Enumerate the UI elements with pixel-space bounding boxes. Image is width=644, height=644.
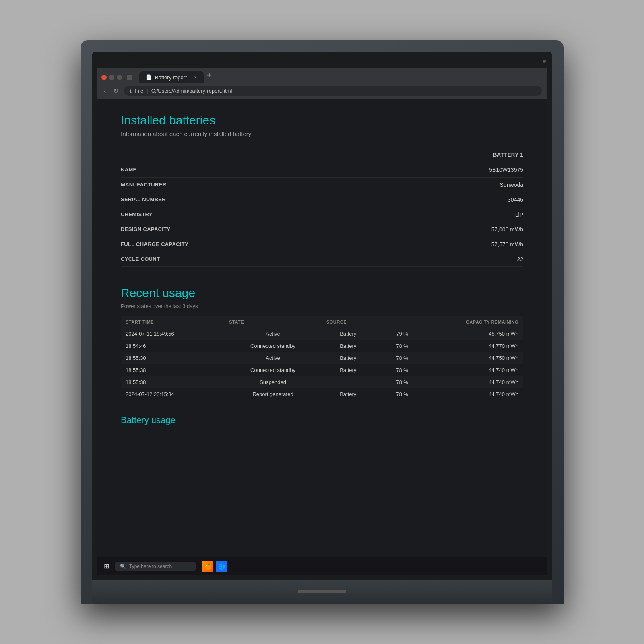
- traffic-light-red[interactable]: [101, 75, 107, 80]
- traffic-light-yellow[interactable]: [109, 75, 114, 80]
- taskbar-search[interactable]: 🔍 Type here to search: [115, 562, 196, 571]
- usage-start-time: 18:55:38: [121, 364, 224, 376]
- col-pct: [375, 316, 413, 328]
- usage-table: START TIME STATE SOURCE CAPACITY REMAINI…: [121, 316, 523, 400]
- camera-dot: [543, 60, 546, 63]
- battery-field-label: CHEMISTRY: [121, 211, 225, 218]
- traffic-light-green[interactable]: [117, 75, 122, 80]
- usage-pct: 78 %: [375, 364, 413, 376]
- recent-usage-section: Recent usage Power states over the last …: [121, 286, 523, 400]
- battery-info-row: CYCLE COUNT 22: [121, 252, 523, 267]
- battery-field-label: SERIAL NUMBER: [121, 196, 225, 203]
- usage-table-row: 18:54:46 Connected standby Battery 78 % …: [121, 340, 523, 352]
- col-capacity: CAPACITY REMAINING: [413, 316, 523, 328]
- usage-capacity: 44,750 mWh: [413, 352, 523, 364]
- usage-state: Connected standby: [224, 340, 322, 352]
- battery-field-label: MANUFACTURER: [121, 182, 225, 188]
- usage-capacity: 45,750 mWh: [413, 328, 523, 340]
- usage-table-row: 18:55:38 Suspended 78 % 44,740 mWh: [121, 376, 523, 388]
- battery-info-row: MANUFACTURER Sunwoda: [121, 178, 523, 192]
- active-tab[interactable]: 📄 Battery report ×: [139, 71, 204, 83]
- back-button[interactable]: ‹: [102, 87, 107, 95]
- usage-state: Suspended: [224, 376, 322, 388]
- battery-column-name: BATTERY 1: [225, 152, 523, 158]
- usage-source: Battery: [322, 388, 375, 400]
- section1-title: Installed batteries: [121, 114, 523, 127]
- col-start-time: START TIME: [121, 316, 224, 328]
- usage-capacity: 44,740 mWh: [413, 364, 523, 376]
- browser-chrome: 📄 Battery report × + ‹ ↻ ℹ File | C:/Use…: [97, 68, 547, 99]
- usage-pct: 79 %: [375, 328, 413, 340]
- address-file-label: File: [135, 88, 143, 94]
- usage-start-time: 2024-07-12 23:15:34: [121, 388, 224, 400]
- battery-info-row: NAME 5B10W13975: [121, 163, 523, 178]
- battery-field-label: CYCLE COUNT: [121, 256, 225, 262]
- usage-state: Active: [224, 352, 322, 364]
- usage-capacity: 44,740 mWh: [413, 388, 523, 400]
- traffic-lights: [101, 75, 132, 83]
- usage-start-time: 18:55:38: [121, 376, 224, 388]
- battery-info-row: FULL CHARGE CAPACITY 57,570 mWh: [121, 237, 523, 252]
- start-button[interactable]: ⊞: [101, 561, 112, 572]
- taskbar-app-icon-1[interactable]: 🍊: [202, 561, 213, 572]
- usage-table-row: 18:55:38 Connected standby Battery 78 % …: [121, 364, 523, 376]
- usage-table-row: 2024-07-11 18:49:56 Active Battery 79 % …: [121, 328, 523, 340]
- refresh-button[interactable]: ↻: [111, 86, 120, 95]
- col-state: STATE: [224, 316, 322, 328]
- battery-field-value: 5B10W13975: [225, 167, 523, 173]
- battery-table: BATTERY 1 NAME 5B10W13975 MANUFACTURER S…: [121, 152, 523, 267]
- laptop-frame: 📄 Battery report × + ‹ ↻ ℹ File | C:/Use…: [80, 40, 564, 604]
- tab-page-icon: 📄: [146, 74, 152, 80]
- usage-start-time: 2024-07-11 18:49:56: [121, 328, 224, 340]
- laptop-bottom-bezel: [92, 580, 552, 604]
- usage-source: Battery: [322, 328, 375, 340]
- section1-subtitle: Information about each currently install…: [121, 130, 523, 137]
- hinge-bar: [298, 590, 346, 593]
- usage-pct: 78 %: [375, 340, 413, 352]
- screen-bezel: 📄 Battery report × + ‹ ↻ ℹ File | C:/Use…: [92, 52, 552, 580]
- usage-pct: 78 %: [375, 376, 413, 388]
- battery-field-value: 57,570 mWh: [225, 241, 523, 248]
- usage-table-row: 2024-07-12 23:15:34 Report generated Bat…: [121, 388, 523, 400]
- battery-field-value: 57,000 mWh: [225, 226, 523, 233]
- camera-bar: [97, 56, 547, 66]
- usage-pct: 78 %: [375, 388, 413, 400]
- usage-pct: 78 %: [375, 352, 413, 364]
- browser-window: 📄 Battery report × + ‹ ↻ ℹ File | C:/Use…: [97, 68, 547, 575]
- tab-bar: 📄 Battery report × +: [97, 68, 547, 83]
- usage-state: Connected standby: [224, 364, 322, 376]
- usage-state: Report generated: [224, 388, 322, 400]
- col-source: SOURCE: [322, 316, 375, 328]
- usage-capacity: 44,770 mWh: [413, 340, 523, 352]
- usage-source: Battery: [322, 364, 375, 376]
- battery-field-label: FULL CHARGE CAPACITY: [121, 241, 225, 248]
- search-placeholder: Type here to search: [129, 564, 172, 569]
- new-tab-button[interactable]: +: [207, 71, 212, 83]
- section3-title-peek: Battery usage: [121, 415, 523, 425]
- usage-start-time: 18:55:30: [121, 352, 224, 364]
- battery-field-value: Sunwoda: [225, 182, 523, 188]
- address-separator: |: [147, 88, 148, 94]
- usage-source: [322, 376, 375, 388]
- battery-field-label: NAME: [121, 167, 225, 173]
- battery-info-row: SERIAL NUMBER 30446: [121, 192, 523, 207]
- tab-close-button[interactable]: ×: [194, 74, 197, 80]
- tab-title: Battery report: [155, 74, 187, 80]
- usage-state: Active: [224, 328, 322, 340]
- address-bar-row: ‹ ↻ ℹ File | C:/Users/Admin/battery-repo…: [97, 83, 547, 99]
- battery-field-label: DESIGN CAPACITY: [121, 226, 225, 233]
- taskbar-app-icon-2[interactable]: 🌐: [216, 561, 227, 572]
- battery-info-row: DESIGN CAPACITY 57,000 mWh: [121, 222, 523, 237]
- usage-start-time: 18:54:46: [121, 340, 224, 352]
- search-icon: 🔍: [120, 564, 126, 569]
- address-bar[interactable]: ℹ File | C:/Users/Admin/battery-report.h…: [124, 86, 542, 96]
- page-content: Installed batteries Information about ea…: [97, 99, 547, 557]
- battery-info-rows: NAME 5B10W13975 MANUFACTURER Sunwoda SER…: [121, 163, 523, 267]
- battery-col-header: BATTERY 1: [121, 152, 523, 163]
- usage-source: Battery: [322, 352, 375, 364]
- battery-field-value: LiP: [225, 211, 523, 218]
- battery-field-value: 22: [225, 256, 523, 262]
- taskbar: ⊞ 🔍 Type here to search 🍊 🌐: [97, 557, 547, 575]
- section2-subtitle: Power states over the last 3 days: [121, 303, 523, 309]
- usage-table-body: 2024-07-11 18:49:56 Active Battery 79 % …: [121, 328, 523, 400]
